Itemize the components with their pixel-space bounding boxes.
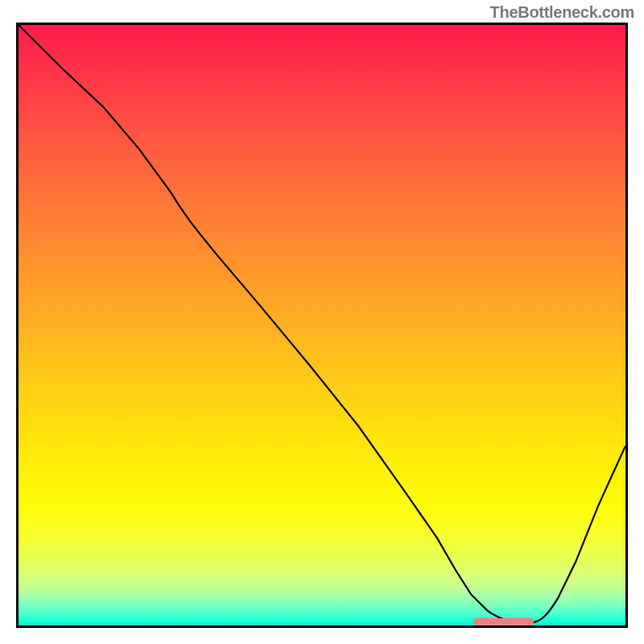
bottleneck-curve xyxy=(19,25,625,622)
watermark-text: TheBottleneck.com xyxy=(490,3,634,22)
chart-container: TheBottleneck.com xyxy=(0,0,644,644)
optimal-range-marker xyxy=(473,618,534,625)
plot-area xyxy=(16,23,628,628)
chart-svg xyxy=(19,25,625,625)
